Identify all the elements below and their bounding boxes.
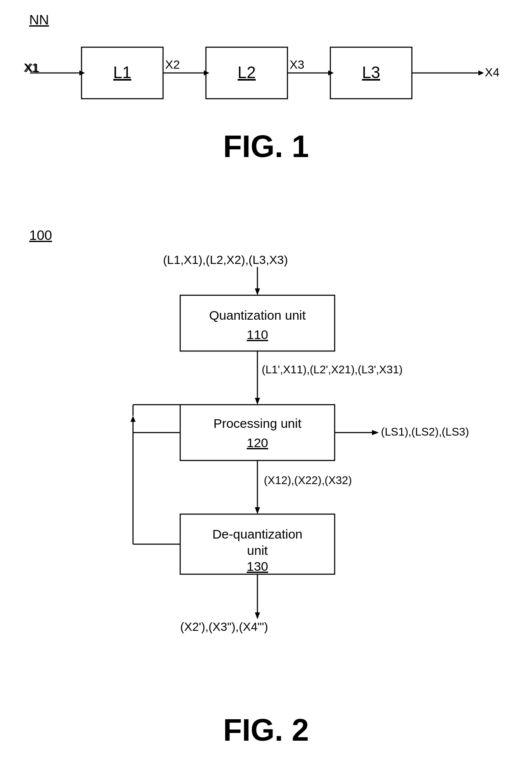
fig2-final-output-label: (X2'),(X3"),(X4"') bbox=[180, 620, 268, 633]
fig1-x1-text: X1 bbox=[25, 61, 39, 75]
fig2-quant-to-proc-arrowhead bbox=[255, 398, 260, 405]
fig2-dequant-output-arrowhead bbox=[255, 612, 260, 619]
fig2-input-label: (L1,X1),(L2,X2),(L3,X3) bbox=[163, 253, 288, 266]
fig1-x2-label: X2 bbox=[165, 58, 180, 71]
fig2-ls-output-label: (LS1),(LS2),(LS3) bbox=[381, 425, 469, 438]
fig2-title: FIG. 2 bbox=[0, 712, 532, 748]
fig2-dequant-number: 130 bbox=[247, 559, 268, 573]
page: NN L1 L2 L3 X1 X1 X2 X3 X4 bbox=[0, 0, 532, 760]
fig2-processing-box bbox=[180, 405, 335, 460]
fig2-dequant-label: De-quantization bbox=[212, 527, 302, 541]
fig1-x4-arrowhead bbox=[478, 70, 484, 76]
fig1-l2-label: L2 bbox=[238, 64, 256, 82]
fig2-dequant-label2: unit bbox=[247, 543, 268, 557]
fig2-proc-number: 120 bbox=[247, 436, 268, 450]
fig2-quant-output-label: (L1',X11),(L2',X21),(L3',X31) bbox=[262, 363, 403, 376]
fig1-x3-label: X3 bbox=[290, 58, 304, 71]
fig1-l1-label: L1 bbox=[113, 64, 131, 82]
fig2-input-arrowhead bbox=[255, 288, 260, 295]
fig1-title: FIG. 1 bbox=[0, 129, 532, 164]
fig2-quant-label: Quantization unit bbox=[209, 308, 306, 322]
fig2-diagram: (L1,X1),(L2,X2),(L3,X3) Quantization uni… bbox=[17, 240, 515, 699]
fig2-quantization-box bbox=[180, 295, 335, 351]
fig2-proc-label: Processing unit bbox=[213, 416, 302, 430]
fig2-x-output-label: (X12),(X22),(X32) bbox=[264, 474, 352, 487]
fig2-proc-output-arrowhead bbox=[372, 430, 379, 435]
fig1-x4-label: X4 bbox=[485, 66, 499, 79]
fig2-feedback-arrowhead bbox=[130, 416, 136, 422]
fig1-l3-label: L3 bbox=[362, 64, 380, 82]
fig2-proc-to-dequant-arrowhead bbox=[255, 507, 260, 514]
fig1-diagram: L1 L2 L3 X1 X1 X2 X3 X4 bbox=[17, 26, 515, 137]
fig2-quant-number: 110 bbox=[247, 327, 268, 342]
